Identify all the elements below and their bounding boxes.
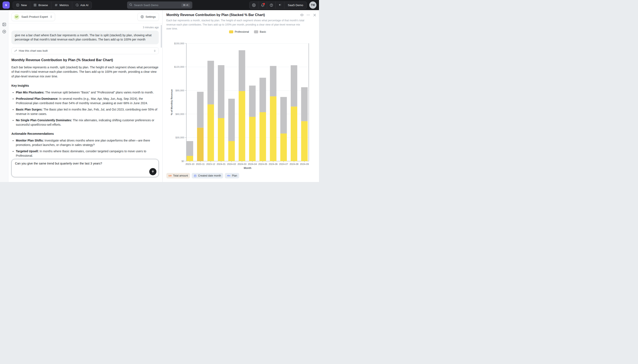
x-tick-label: 2024-05 (258, 163, 267, 165)
search-icon (129, 3, 132, 7)
field-tags: 123Total amountCreated date monthAbcPlan (166, 173, 239, 178)
bar-segment-basic[interactable] (187, 141, 193, 156)
bar-segment-professional[interactable] (291, 106, 297, 161)
gear-icon (141, 15, 144, 18)
chat-scroll-area[interactable]: 3 minutes ago give me a bar chart where … (12, 24, 159, 159)
y-tick-label: $0 (182, 160, 184, 162)
list-item: No Single Plan Consistently Dominates: T… (16, 118, 159, 127)
app-logo-lightning-icon[interactable] (3, 2, 10, 9)
bar-segment-professional[interactable] (270, 96, 276, 161)
agent-avatar: SP (14, 14, 20, 20)
text-abc-icon: Abc (227, 174, 230, 177)
key-insights-list: Plan Mix Fluctuates: The revenue split b… (12, 90, 159, 127)
send-button[interactable] (149, 168, 156, 175)
agent-selector[interactable]: SP SaaS Product Expert (12, 13, 55, 21)
more-options-icon[interactable] (306, 13, 310, 17)
main-nav: NewBrowseMetricsAsk AI (13, 2, 92, 9)
settings-gear-button[interactable] (249, 2, 258, 9)
bar-segment-professional[interactable] (280, 134, 287, 161)
legend-item-professional[interactable]: Professional (229, 30, 249, 33)
x-tick-label: 2024-09 (300, 163, 309, 165)
list-item: Plan Mix Fluctuates: The revenue split b… (16, 90, 159, 95)
chart-panel: Monthly Revenue Contribution by Plan (St… (163, 10, 319, 182)
legend-item-basic[interactable]: Basic (254, 30, 266, 33)
list-item: Targeted Upsell: In months where Basic d… (16, 149, 159, 158)
calendar-icon (194, 174, 197, 177)
field-tag-plan[interactable]: AbcPlan (225, 173, 239, 178)
bar-segment-basic[interactable] (239, 50, 245, 91)
bar-segment-professional[interactable] (249, 117, 256, 161)
legend-swatch (254, 30, 258, 33)
nav-item-new[interactable]: New (13, 2, 30, 9)
preview-eye-icon[interactable] (300, 13, 304, 17)
bar-segment-professional[interactable] (218, 118, 224, 161)
legend-label: Basic (260, 30, 266, 33)
bar-segment-professional[interactable] (228, 141, 235, 161)
chat-scrollbar-thumb[interactable] (161, 25, 162, 48)
bar-segment-professional[interactable] (239, 91, 245, 161)
org-switcher-button[interactable]: SaaS Demo (284, 2, 306, 9)
legend-swatch (229, 30, 233, 33)
legend-label: Professional (235, 30, 249, 33)
message-input[interactable]: Can you give the same trend but quarterl… (12, 159, 159, 177)
chat-header: SP SaaS Product Expert Settings (9, 10, 162, 24)
x-tick-label: 2024-04 (248, 163, 257, 165)
list-item: Monitor Plan Shifts: Investigate what dr… (16, 138, 159, 147)
how-chart-built-toggle[interactable]: How this chart was built (12, 48, 159, 54)
chat-panel: SP SaaS Product Expert Settings 3 minute… (9, 10, 163, 182)
agent-settings-button[interactable]: Settings (137, 13, 159, 21)
bar-segment-basic[interactable] (207, 61, 214, 104)
stacked-bar-chart: $0$30,000$60,000$90,000$120,000$150,0002… (163, 38, 319, 174)
list-item: Basic Plan Surges: The Basic plan led in… (16, 107, 159, 116)
bar-segment-basic[interactable] (228, 99, 235, 141)
bar-segment-professional[interactable] (259, 112, 266, 161)
new-thread-plus-icon[interactable] (2, 30, 6, 34)
user-message-bubble: give me a bar chart where Each bar repre… (12, 30, 159, 44)
nav-item-browse[interactable]: Browse (30, 2, 51, 9)
nav-item-metrics[interactable]: Metrics (51, 2, 72, 9)
list-item: Professional Plan Dominance: In several … (16, 96, 159, 106)
x-tick-label: 2024-08 (289, 163, 298, 165)
bar-segment-basic[interactable] (249, 86, 256, 117)
help-button[interactable] (267, 2, 275, 9)
agent-name: SaaS Product Expert (21, 15, 48, 18)
field-tag-created-date-month[interactable]: Created date month (192, 173, 223, 178)
bar-segment-basic[interactable] (259, 78, 266, 112)
bar-segment-professional[interactable] (197, 128, 203, 161)
how-built-label: How this chart was built (19, 49, 48, 52)
hash-icon (55, 3, 58, 7)
bar-segment-basic[interactable] (280, 97, 287, 134)
y-tick-label: $30,000 (175, 136, 184, 139)
recommendations-list: Monitor Plan Shifts: Investigate what dr… (12, 138, 159, 159)
bar-segment-professional[interactable] (187, 156, 193, 161)
user-avatar[interactable]: TW (309, 2, 316, 9)
x-axis-title: Month (244, 166, 251, 170)
sparkles-button[interactable] (275, 2, 284, 9)
x-tick-label: 2023-11 (196, 163, 205, 165)
bar-segment-basic[interactable] (301, 87, 307, 121)
bar-segment-professional[interactable] (207, 104, 214, 161)
chart-line-icon (14, 49, 17, 52)
bar-segment-basic[interactable] (270, 66, 276, 96)
notifications-bell-button[interactable] (258, 2, 267, 9)
plus-square-icon (16, 3, 20, 7)
bar-segment-basic[interactable] (218, 65, 224, 118)
x-tick-label: 2023-12 (206, 163, 215, 165)
x-tick-label: 2023-10 (185, 163, 194, 165)
nav-item-ask-ai[interactable]: Ask AI (72, 2, 92, 9)
bar-segment-basic[interactable] (197, 92, 203, 128)
close-icon[interactable] (313, 13, 316, 17)
chevron-updown-icon (50, 16, 53, 18)
y-axis-title: % of Monthly Revenue (170, 89, 173, 115)
chart-legend: ProfessionalBasic (186, 30, 309, 33)
x-tick-label: 2024-03 (237, 163, 246, 165)
chevron-updown-icon (153, 50, 156, 52)
collapse-sidebar-icon[interactable] (2, 22, 6, 28)
left-rail (0, 10, 9, 182)
chart-panel-title: Monthly Revenue Contribution by Plan (St… (166, 13, 265, 17)
bar-segment-basic[interactable] (291, 65, 297, 106)
chat-sparkle-icon (75, 3, 79, 7)
global-search-input[interactable]: Search SaaS Demo ⌘+K (127, 2, 192, 9)
field-tag-total-amount[interactable]: 123Total amount (166, 173, 190, 178)
bar-segment-professional[interactable] (301, 121, 307, 161)
